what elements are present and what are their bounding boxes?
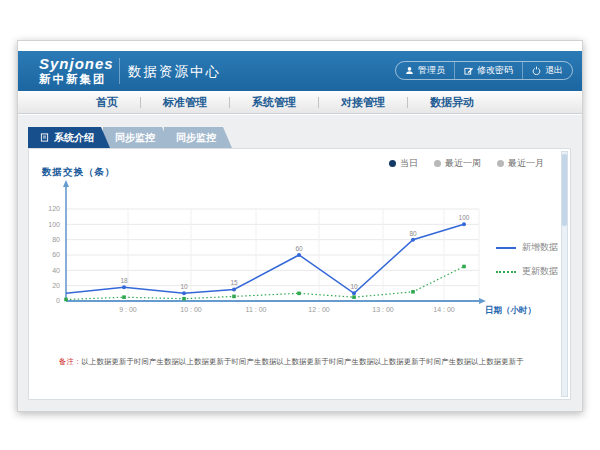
svg-text:15: 15	[230, 279, 238, 286]
legend-item-0: 新增数据	[496, 241, 558, 254]
svg-text:60: 60	[295, 245, 303, 252]
chart-panel: 当日最近一周最近一月 数据交换（条） 0204060801001209 : 00…	[28, 148, 571, 400]
tab-1[interactable]: 同步监控	[103, 127, 171, 148]
logout-icon	[532, 66, 541, 75]
logo[interactable]: Synjones 新中新集团	[39, 55, 114, 86]
svg-text:60: 60	[52, 251, 60, 258]
radio-dot-icon	[497, 160, 504, 167]
svg-text:10 : 00: 10 : 00	[180, 306, 202, 313]
svg-text:20: 20	[52, 282, 60, 289]
footnote: 备注：以上数据更新于时间产生数据以上数据更新于时间产生数据以上数据更新于时间产生…	[59, 357, 529, 367]
logo-sub-text: 新中新集团	[39, 72, 114, 86]
range-radio-2[interactable]: 最近一月	[497, 157, 544, 170]
tab-2[interactable]: 同步监控	[164, 127, 232, 148]
user-actions: 管理员修改密码退出	[395, 61, 573, 80]
user-action-1[interactable]: 修改密码	[454, 62, 522, 79]
nav-item-1[interactable]: 标准管理	[157, 95, 213, 110]
svg-text:0: 0	[56, 297, 60, 304]
top-strip	[18, 41, 582, 51]
user-action-0[interactable]: 管理员	[396, 62, 454, 79]
svg-text:80: 80	[52, 236, 60, 243]
footnote-text: 以上数据更新于时间产生数据以上数据更新于时间产生数据以上数据更新于时间产生数据以…	[82, 357, 524, 366]
legend-label: 更新数据	[522, 265, 558, 278]
tab-0[interactable]: 系统介绍	[28, 127, 110, 148]
nav-separator	[407, 97, 408, 108]
screen: Synjones 新中新集团 数据资源中心 管理员修改密码退出 首页标准管理系统…	[0, 0, 600, 450]
nav-item-4[interactable]: 数据异动	[424, 95, 480, 110]
app-header: Synjones 新中新集团 数据资源中心 管理员修改密码退出	[18, 51, 582, 91]
user-icon	[405, 66, 414, 75]
nav-item-0[interactable]: 首页	[90, 95, 124, 110]
exchange-line-chart: 0204060801001209 : 0010 : 0011 : 0012 : …	[29, 177, 572, 329]
main-nav: 首页标准管理系统管理对接管理数据异动	[18, 91, 582, 114]
svg-text:40: 40	[52, 267, 60, 274]
nav-separator	[229, 97, 230, 108]
svg-text:120: 120	[48, 205, 60, 212]
legend-line-sample	[496, 247, 516, 249]
svg-text:10: 10	[180, 283, 188, 290]
footnote-prefix: 备注：	[59, 357, 82, 366]
nav-separator	[318, 97, 319, 108]
app-window: Synjones 新中新集团 数据资源中心 管理员修改密码退出 首页标准管理系统…	[17, 40, 583, 412]
nav-item-2[interactable]: 系统管理	[246, 95, 302, 110]
svg-text:11 : 00: 11 : 00	[246, 306, 267, 313]
user-action-2[interactable]: 退出	[522, 62, 572, 79]
document-icon	[40, 133, 49, 142]
svg-text:9 : 00: 9 : 00	[119, 306, 137, 313]
legend-item-1: 更新数据	[496, 265, 558, 278]
radio-dot-icon	[389, 160, 396, 167]
svg-text:14 : 00: 14 : 00	[433, 306, 455, 313]
legend-label: 新增数据	[522, 241, 558, 254]
nav-separator	[140, 97, 141, 108]
svg-text:80: 80	[409, 230, 417, 237]
tab-bar: 系统介绍同步监控同步监控	[28, 127, 582, 148]
radio-dot-icon	[434, 160, 441, 167]
page-title: 数据资源中心	[128, 63, 221, 81]
nav-item-3[interactable]: 对接管理	[335, 95, 391, 110]
content-area: 系统介绍同步监控同步监控 当日最近一周最近一月 数据交换（条） 02040608…	[18, 115, 582, 411]
header-divider	[119, 58, 120, 84]
legend-line-sample	[496, 271, 516, 273]
series-legend: 新增数据更新数据	[496, 241, 558, 278]
svg-text:13 : 00: 13 : 00	[372, 306, 394, 313]
range-radio-0[interactable]: 当日	[389, 157, 418, 170]
edit-icon	[464, 66, 473, 75]
svg-text:12 : 00: 12 : 00	[308, 306, 330, 313]
svg-text:18: 18	[120, 277, 128, 284]
range-radios: 当日最近一周最近一月	[389, 157, 544, 170]
range-radio-1[interactable]: 最近一周	[434, 157, 481, 170]
scrollbar-thumb[interactable]	[562, 154, 567, 226]
logo-main-text: Synjones	[39, 55, 114, 72]
svg-text:10: 10	[350, 283, 358, 290]
svg-text:日期（小时）: 日期（小时）	[485, 305, 536, 315]
svg-text:100: 100	[459, 214, 470, 221]
svg-text:100: 100	[48, 221, 60, 228]
panel-scrollbar[interactable]	[561, 151, 568, 397]
